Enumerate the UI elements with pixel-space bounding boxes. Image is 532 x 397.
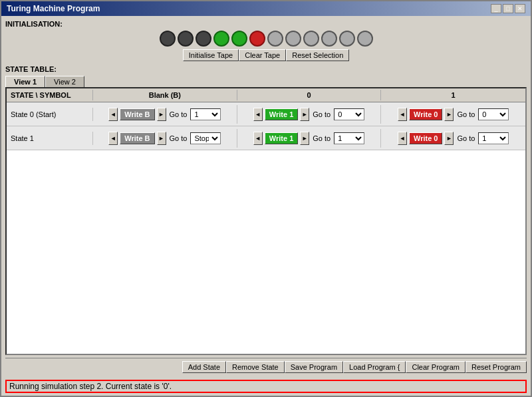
clear-tape-button[interactable]: Clear Tape	[239, 49, 286, 61]
state1-blank-write-btn[interactable]: Write B	[120, 132, 154, 144]
state-0-name: State 0 (Start)	[7, 108, 93, 121]
state1-1-right-arrow[interactable]: ►	[444, 132, 454, 145]
state1-0-write-btn[interactable]: Write 1	[265, 132, 298, 144]
state0-blank-left-arrow[interactable]: ◄	[108, 108, 118, 121]
state0-1-left-arrow[interactable]: ◄	[398, 108, 407, 121]
state1-blank-goto-select[interactable]: Stop 0 1	[190, 132, 221, 144]
tape-cell-9[interactable]	[321, 31, 337, 47]
state0-1-right-arrow[interactable]: ►	[444, 108, 454, 121]
header-0: 0	[237, 90, 382, 100]
save-program-button[interactable]: Save Program	[285, 361, 343, 373]
maximize-button[interactable]: □	[503, 4, 513, 13]
tape-cells-row	[5, 31, 527, 47]
state0-0-cell: ◄ Write 1 ► Go to 0 1 Stop	[237, 105, 382, 124]
init-buttons-row: Initialise Tape Clear Tape Reset Selecti…	[5, 49, 527, 61]
main-window: Turing Machine Program _ □ ✕ INITIALISAT…	[0, 0, 532, 397]
tape-cell-4[interactable]	[231, 31, 247, 47]
tape-cell-0[interactable]	[160, 31, 176, 47]
window-controls: _ □ ✕	[491, 4, 525, 13]
state1-1-cell: ◄ Write 0 ► Go to 1 0 Stop	[381, 129, 525, 148]
remove-state-button[interactable]: Remove State	[226, 361, 285, 373]
table-body: State 0 (Start) ◄ Write B ► Go to 1 0 St…	[7, 102, 525, 150]
window-title: Turing Machine Program	[7, 4, 100, 13]
state0-blank-cell: ◄ Write B ► Go to 1 0 Stop	[93, 105, 237, 124]
tape-cell-1[interactable]	[178, 31, 194, 47]
tape-cell-6[interactable]	[267, 31, 283, 47]
state1-0-cell: ◄ Write 1 ► Go to 1 0 Stop	[237, 129, 382, 148]
tape-cell-2[interactable]	[196, 31, 211, 47]
add-state-button[interactable]: Add State	[182, 361, 226, 373]
header-blank: Blank (B)	[93, 90, 237, 100]
reset-selection-button[interactable]: Reset Selection	[286, 49, 349, 61]
status-bar-container: Running simulation step 2. Current state…	[1, 378, 531, 396]
state0-0-goto-label: Go to	[313, 110, 331, 118]
table-row: State 0 (Start) ◄ Write B ► Go to 1 0 St…	[7, 102, 525, 126]
state0-blank-goto-label: Go to	[170, 110, 188, 118]
tape-cell-10[interactable]	[339, 31, 355, 47]
tab-view1[interactable]: View 1	[5, 76, 45, 87]
minimize-button[interactable]: _	[491, 4, 501, 13]
tab-view2[interactable]: View 2	[45, 76, 84, 87]
state0-1-goto-label: Go to	[457, 110, 475, 118]
initialise-tape-button[interactable]: Initialise Tape	[183, 49, 239, 61]
state1-1-goto-select[interactable]: 1 0 Stop	[478, 132, 509, 144]
state0-blank-goto-select[interactable]: 1 0 Stop	[190, 108, 221, 120]
main-content: INITIALISATION: Initialise Tape Clear Ta…	[1, 16, 531, 378]
table-row: State 1 ◄ Write B ► Go to Stop 0 1	[7, 126, 525, 150]
state1-blank-right-arrow[interactable]: ►	[157, 132, 166, 145]
initialisation-section: INITIALISATION: Initialise Tape Clear Ta…	[5, 20, 527, 61]
clear-program-button[interactable]: Clear Program	[406, 361, 466, 373]
state0-0-goto-select[interactable]: 0 1 Stop	[334, 108, 364, 120]
state-table-section: STATE TABLE: View 1 View 2 STATE \ SYMBO…	[5, 65, 527, 355]
state-table-label: STATE TABLE:	[5, 65, 527, 73]
reset-program-button[interactable]: Reset Program	[466, 361, 527, 373]
tape-cell-11[interactable]	[357, 31, 373, 47]
state1-0-goto-select[interactable]: 1 0 Stop	[334, 132, 364, 144]
state0-blank-right-arrow[interactable]: ►	[157, 108, 166, 121]
state-table-container: STATE \ SYMBOL Blank (B) 0 1 State 0 (St…	[5, 87, 527, 355]
state1-1-left-arrow[interactable]: ◄	[398, 132, 407, 145]
table-header: STATE \ SYMBOL Blank (B) 0 1	[7, 88, 525, 102]
state0-0-right-arrow[interactable]: ►	[300, 108, 309, 121]
tabs-row: View 1 View 2	[5, 76, 527, 87]
header-state: STATE \ SYMBOL	[7, 90, 93, 100]
state-1-name: State 1	[7, 132, 93, 145]
header-1: 1	[381, 90, 525, 100]
state0-1-goto-select[interactable]: 0 1 Stop	[478, 108, 509, 120]
tape-cell-8[interactable]	[303, 31, 319, 47]
state1-0-goto-label: Go to	[313, 134, 331, 142]
state1-1-write-btn[interactable]: Write 0	[409, 132, 442, 144]
state0-0-left-arrow[interactable]: ◄	[253, 108, 263, 121]
state0-1-cell: ◄ Write 0 ► Go to 0 1 Stop	[381, 105, 525, 124]
close-button[interactable]: ✕	[515, 4, 525, 13]
tape-cell-7[interactable]	[285, 31, 301, 47]
state1-0-left-arrow[interactable]: ◄	[253, 132, 263, 145]
title-bar: Turing Machine Program _ □ ✕	[1, 1, 531, 16]
init-label: INITIALISATION:	[5, 20, 527, 28]
state0-1-write-btn[interactable]: Write 0	[409, 108, 442, 120]
tape-cell-5[interactable]	[249, 31, 265, 47]
load-program-button[interactable]: Load Program {	[343, 361, 406, 373]
state0-blank-write-btn[interactable]: Write B	[120, 108, 154, 120]
state1-0-right-arrow[interactable]: ►	[300, 132, 309, 145]
state1-blank-goto-label: Go to	[170, 134, 188, 142]
state0-0-write-btn[interactable]: Write 1	[265, 108, 298, 120]
status-bar: Running simulation step 2. Current state…	[5, 380, 527, 393]
state1-1-goto-label: Go to	[457, 134, 475, 142]
state1-blank-cell: ◄ Write B ► Go to Stop 0 1	[93, 129, 237, 148]
bottom-buttons-row: Add State Remove State Save Program Load…	[5, 358, 527, 374]
state1-blank-left-arrow[interactable]: ◄	[108, 132, 118, 145]
tape-cell-3[interactable]	[213, 31, 229, 47]
